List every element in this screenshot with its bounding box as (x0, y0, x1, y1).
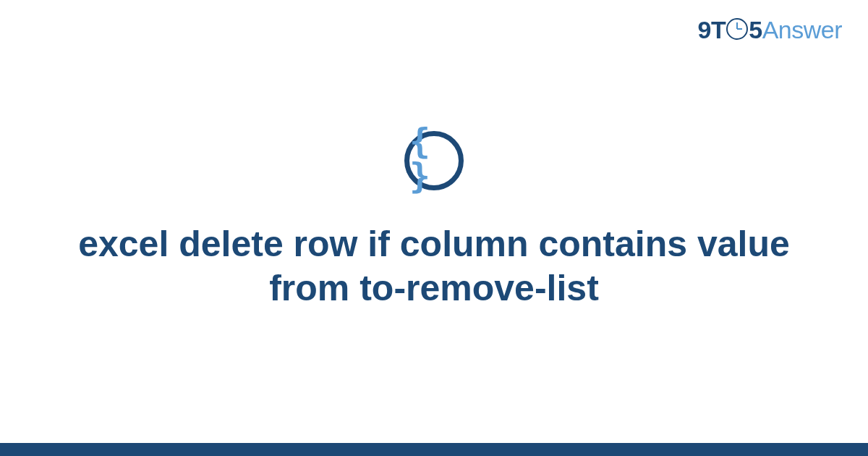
main-content: { } excel delete row if column contains … (0, 0, 868, 456)
icon-wrapper: { } (404, 131, 464, 190)
braces-glyph: { } (409, 124, 459, 193)
footer-accent-bar (0, 443, 868, 456)
code-braces-icon: { } (404, 131, 464, 190)
page-title: excel delete row if column contains valu… (72, 222, 796, 311)
